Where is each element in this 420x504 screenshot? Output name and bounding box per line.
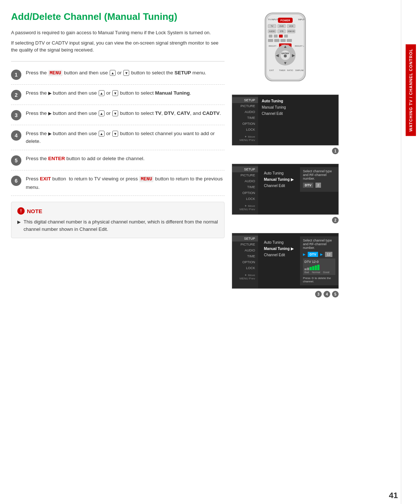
sidebar-lock-3: LOCK [232,265,258,271]
menu-manual-tuning-1: Manual Tuning [262,104,335,110]
sidebar-picture-1: PICTURE [232,103,258,109]
step-number-1: 1 [11,70,21,80]
step-number-5: 5 [11,155,21,166]
step-3: 3 Press the ▶ button and then use ▲ or ▼… [11,105,225,125]
screen-main-inner-2: Auto Tuning Manual Tuning ▶ Channel Edit… [262,167,338,192]
panel-label-3: Select channel type and RF-channel numbe… [303,239,335,250]
sidebar-audio-3: AUDIO [232,247,258,253]
signal-bar-1 [304,268,307,270]
badge-row-1: 1 [232,148,339,154]
svg-text:TV INPUT: TV INPUT [268,18,278,21]
screen-sidebar-3: SETUP PICTURE AUDIO TIME OPTION LOCK ✦ M… [232,233,258,288]
step-5: 5 Press the ENTER button to add or delet… [11,150,225,170]
menu-key-1: MENU [48,70,63,76]
svg-text:RATIO: RATIO [287,69,293,71]
step-1: 1 Press the MENU button and then use ▲ o… [11,64,225,85]
sidebar-option-1: OPTION [232,121,258,127]
svg-rect-18 [269,35,272,38]
sidebar-option-2: OPTION [232,190,258,196]
svg-text:POWER: POWER [280,19,290,22]
screen-nav-2: ✦ Move MENU Prev [232,203,258,212]
badge-row-2: 2 [232,217,339,223]
sidebar-time-2: TIME [232,184,258,190]
dtv-label: DTV [164,110,174,116]
delete-hint-3: Press ⊙ to delete the channel. [303,276,335,283]
menu-auto-tuning-2: Auto Tuning [264,170,296,176]
step-text-1: Press the MENU button and then use ▲ or … [26,69,225,77]
sidebar-label: WATCHING TV / CHANNEL CONTROL [406,44,416,136]
svg-text:TV: TV [271,25,273,27]
badge-row-3: 3 4 5 [232,291,339,297]
svg-rect-24 [280,39,286,42]
dtv-num-2: 2 [315,183,321,188]
svg-text:VCR: VCR [289,25,293,27]
divider-top [11,61,225,61]
signal-bar-5 [315,265,317,270]
intro-text: A password is required to gain access to… [11,29,225,54]
step-2: 2 Press the ▶ button and then use ▲ or ▼… [11,85,225,105]
svg-text:BRIGHT +: BRIGHT + [295,45,304,47]
svg-rect-25 [287,39,292,42]
cadtv-label: CADTV [202,110,220,116]
dtv-info-box-3: DTV 12-0 [303,258,335,275]
play-btn-3: ▶ [48,110,52,117]
enter-key-5: ENTER [48,156,65,161]
signal-bar-4 [312,266,314,270]
note-arrow-icon: ▶ [17,219,21,233]
svg-text:▼: ▼ [283,61,287,65]
menu-manual-tuning-2: Manual Tuning ▶ [264,176,296,183]
step-number-6: 6 [11,176,21,186]
svg-rect-23 [274,39,279,42]
svg-text:AUDIO: AUDIO [269,30,275,32]
sidebar-right: WATCHING TV / CHANNEL CONTROL [401,0,420,504]
sidebar-audio-2: AUDIO [232,178,258,184]
svg-text:STB: STB [280,30,283,32]
screen-sidebar-2: SETUP PICTURE AUDIO TIME OPTION LOCK ✦ M… [232,164,258,214]
sidebar-audio-1: AUDIO [232,109,258,115]
menu-channel-edit-1: Channel Edit [262,110,335,117]
screen-2: SETUP PICTURE AUDIO TIME OPTION LOCK ✦ M… [232,164,339,215]
sidebar-time-3: TIME [232,253,258,259]
screen-menu-col-2: Auto Tuning Manual Tuning ▶ Channel Edit [262,167,299,192]
dtv-sublabel-3: DTV 12-0 [304,260,334,264]
up-arrow-4: ▲ [99,131,105,137]
down-arrow-4: ▼ [112,131,118,137]
menu-manual-tuning-3: Manual Tuning ▶ [264,246,296,252]
note-label: NOTE [27,208,42,214]
note-item-1: ▶ This digital channel number is a physi… [17,218,218,233]
screen-wrapper-3: SETUP PICTURE AUDIO TIME OPTION LOCK ✦ M… [232,233,339,297]
sidebar-lock-1: LOCK [232,127,258,133]
screen-right-panel-3: Select channel type and RF-channel numbe… [300,236,338,285]
svg-point-33 [284,54,287,57]
menu-auto-tuning-3: Auto Tuning [264,239,296,246]
sidebar-setup-2: SETUP [232,166,258,172]
intro-para-1: A password is required to gain access to… [11,29,225,36]
sidebar-picture-3: PICTURE [232,242,258,247]
exit-key-6: EXIT [40,176,51,181]
intro-para-2: If selecting DTV or CADTV input signal, … [11,39,225,54]
page-number: 41 [389,491,398,500]
screen-wrapper-2: SETUP PICTURE AUDIO TIME OPTION LOCK ✦ M… [232,164,339,223]
sidebar-setup-3: SETUP [232,236,258,242]
svg-text:HDMI HD: HDMI HD [287,31,295,32]
note-section: ! NOTE ▶ This digital channel number is … [11,202,225,238]
main-content: Add/Delete Channel (Manual Tuning) A pas… [0,0,401,504]
svg-text:TIMER: TIMER [279,69,285,71]
page-container: Add/Delete Channel (Manual Tuning) A pas… [0,0,420,504]
remote-svg: TV INPUT INPUT POWER TV DVD [254,11,317,85]
svg-text:ENTER: ENTER [282,52,289,54]
up-arrow-1: ▲ [110,70,116,76]
step-text-4: Press the ▶ button and then use ▲ or ▼ b… [26,130,225,145]
step-number-2: 2 [11,90,21,100]
dtv-arrow-3: ▶ [303,253,306,256]
step-number-3: 3 [11,110,21,120]
panel-label-2: Select channel type and RF-channel numbe… [303,169,335,180]
note-text-1: This digital channel number is a physica… [24,218,218,233]
screen-nav-3: ✦ Move MENU Prev [232,272,258,281]
badge-2: 2 [332,217,339,223]
screen-main-2: Auto Tuning Manual Tuning ▶ Channel Edit… [258,164,338,214]
up-arrow-3: ▲ [99,110,105,116]
remote-image-area: TV INPUT INPUT POWER TV DVD [232,11,339,85]
dtv-row-2: DTV 2 [303,183,335,188]
screen-right-panel-2: Select channel type and RF-channel numbe… [300,167,338,192]
